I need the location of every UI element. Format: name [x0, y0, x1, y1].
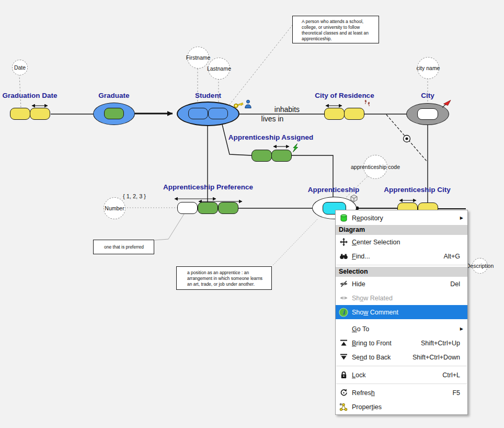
menu-item-label: Refresh: [352, 389, 375, 397]
label-apprenticeship[interactable]: Apprenticeship: [308, 186, 359, 194]
value-type-label: Date: [14, 64, 26, 71]
repository-icon: [338, 213, 349, 223]
label-city[interactable]: City: [421, 92, 434, 99]
key-icon: [233, 100, 245, 109]
menu-item-show-comment[interactable]: i Show Comment: [336, 305, 467, 319]
role-city[interactable]: [417, 108, 438, 120]
label-apprenticeship-assigned[interactable]: Apprenticeship Assigned: [228, 133, 313, 141]
menu-item-send-to-back[interactable]: Send to Back Shift+Ctrl+Down: [336, 350, 467, 364]
role-apprenticeship-preference-3[interactable]: [218, 202, 238, 214]
value-type-label: Firstname: [186, 54, 211, 61]
lightning-icon: [291, 143, 300, 153]
refresh-icon: [338, 388, 349, 398]
label-graduation-date[interactable]: Graduation Date: [2, 92, 57, 99]
properties-icon: [338, 402, 349, 412]
move-cross-icon: [338, 238, 349, 247]
note-student-definition[interactable]: A person who attends a school, college, …: [292, 16, 379, 43]
shortcut-label: Shift+Ctrl+Down: [413, 354, 464, 361]
shortcut-label: Ctrl+L: [442, 371, 464, 379]
no-icon: [338, 324, 349, 334]
role-student-2[interactable]: [208, 108, 228, 119]
submenu-arrow-icon: ▶: [460, 216, 464, 220]
label-apprenticeship-preference[interactable]: Apprenticeship Preference: [163, 183, 253, 191]
menu-item-lock[interactable]: Lock Ctrl+L: [336, 368, 467, 382]
value-type-date[interactable]: Date: [12, 60, 28, 75]
value-type-label: apprenticeship code: [351, 164, 400, 170]
value-constraint-set: { 1, 2, 3 }: [123, 193, 146, 199]
value-type-number[interactable]: Number: [104, 197, 125, 219]
menu-item-label: Bring to Front: [352, 340, 392, 347]
menu-separator: [336, 265, 467, 265]
binoculars-icon: [338, 252, 349, 261]
shortcut-label: Alt+G: [443, 253, 464, 260]
menu-item-go-to[interactable]: Go To ▶: [336, 322, 467, 336]
value-type-firstname[interactable]: Firstname: [187, 47, 209, 69]
menu-section-selection: Selection: [336, 267, 467, 277]
menu-item-refresh[interactable]: Refresh F5: [336, 386, 467, 400]
value-type-label: city name: [417, 65, 440, 71]
value-type-label: Description: [466, 263, 494, 269]
label-graduate[interactable]: Graduate: [98, 92, 129, 99]
menu-item-bring-to-front[interactable]: Bring to Front Shift+Ctrl+Up: [336, 336, 467, 350]
menu-item-repository[interactable]: Repository ▶: [336, 211, 467, 225]
menu-item-label: Go To: [352, 325, 369, 333]
eye-icon: [338, 294, 349, 303]
label-apprenticeship-city[interactable]: Apprenticeship City: [384, 186, 451, 194]
cube-icon: [350, 194, 358, 202]
role-apprenticeship-assigned-1[interactable]: [251, 150, 272, 162]
role-city-of-residence-2[interactable]: [344, 108, 364, 120]
submenu-arrow-icon: ▶: [460, 326, 464, 331]
bring-to-front-icon: [338, 339, 349, 348]
role-apprenticeship-preference-2[interactable]: [198, 202, 218, 214]
role-graduate[interactable]: [104, 108, 124, 119]
menu-item-properties[interactable]: Properties: [336, 400, 467, 414]
menu-item-label: Show Comment: [352, 309, 398, 316]
value-type-city-name[interactable]: city name: [417, 57, 439, 79]
menu-item-label: Show Related: [352, 295, 393, 302]
shortcut-label: Shift+Ctrl+Up: [421, 340, 464, 347]
menu-separator: [336, 366, 467, 366]
info-icon: i: [338, 308, 349, 317]
menu-item-label: Center Selection: [352, 239, 400, 246]
label-student[interactable]: Student: [195, 92, 221, 99]
role-apprenticeship-preference-1[interactable]: [177, 202, 198, 214]
lock-icon: [338, 370, 349, 380]
footprints-icon: [364, 99, 371, 108]
menu-item-label: Properties: [352, 403, 382, 411]
role-student-1[interactable]: [188, 108, 208, 119]
note-preferred[interactable]: one that is preferred: [93, 240, 154, 254]
reading-inhabits: inhabits: [274, 105, 300, 114]
menu-item-center-selection[interactable]: Center Selection: [336, 235, 467, 249]
menu-item-label: Lock: [352, 371, 365, 379]
role-graduation-date-2[interactable]: [30, 108, 50, 120]
eye-slash-icon: [338, 279, 349, 289]
menu-item-label: Hide: [352, 280, 365, 288]
menu-item-hide[interactable]: Hide Del: [336, 277, 467, 291]
menu-item-find[interactable]: Find... Alt+G: [336, 249, 467, 263]
value-type-label: Number: [105, 205, 124, 211]
menu-section-diagram: Diagram: [336, 225, 467, 235]
diagram-canvas: Date Firstname Lastname city name appren…: [0, 0, 504, 428]
role-graduation-date-1[interactable]: [10, 108, 30, 120]
value-type-description[interactable]: Description: [472, 258, 488, 274]
person-icon: [244, 99, 252, 109]
menu-separator: [336, 384, 467, 384]
send-to-back-icon: [338, 353, 349, 362]
shortcut-label: Del: [450, 280, 464, 288]
role-city-of-residence-1[interactable]: [324, 108, 345, 120]
note-apprenticeship-definition[interactable]: a position as an apprentice : an arrange…: [176, 266, 272, 290]
context-menu: Repository ▶ Diagram Center Selection Fi…: [335, 210, 468, 415]
menu-item-label: Repository: [352, 215, 383, 222]
value-type-lastname[interactable]: Lastname: [208, 58, 230, 80]
label-city-of-residence[interactable]: City of Residence: [315, 92, 374, 99]
role-apprenticeship-assigned-2[interactable]: [271, 150, 292, 162]
shortcut-label: F5: [452, 389, 464, 397]
flag-icon: [441, 99, 452, 108]
reading-lives-in: lives in: [261, 115, 284, 123]
menu-item-show-related: Show Related: [336, 291, 467, 305]
menu-item-label: Send to Back: [352, 354, 391, 361]
value-type-label: Lastname: [207, 65, 231, 72]
menu-item-label: Find...: [352, 253, 370, 260]
value-type-apprenticeship-code[interactable]: apprenticeship code: [363, 155, 387, 179]
